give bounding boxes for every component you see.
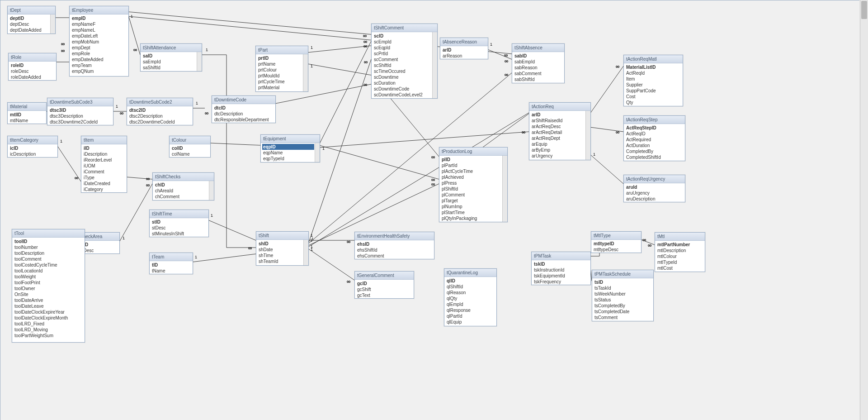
field-plActCycleTime[interactable]: plActCycleTime — [441, 168, 502, 174]
field-empNameF[interactable]: empNameF — [71, 21, 127, 27]
field-tskFrequency[interactable]: tskFrequency — [533, 279, 589, 285]
table-tShiftAbsence[interactable]: tShiftAbsencesabIDsabEmpIdsabReasonsabCo… — [512, 43, 565, 83]
field-prtMaterial[interactable]: prtMaterial — [257, 85, 302, 91]
field-scDowntime[interactable]: scDowntime — [373, 74, 432, 80]
table-title[interactable]: tProductionLog — [439, 148, 507, 156]
table-title[interactable]: tMtlType — [591, 232, 641, 240]
table-tMtl[interactable]: tMtlmtlPartNumbermtlDescriptionmtlColour… — [655, 232, 705, 272]
field-stID[interactable]: stID — [151, 219, 207, 225]
field-dtsc3Description[interactable]: dtsc3Description — [49, 113, 112, 119]
field-chID[interactable]: chID — [154, 182, 208, 188]
table-tDowntimeSubCode3[interactable]: tDowntimeSubCode3dtsc3IDdtsc3Description… — [47, 98, 113, 125]
field-roleID[interactable]: roleID — [10, 62, 55, 68]
field-toolLRD_Fixed[interactable]: toolLRD_Fixed — [14, 321, 83, 327]
field-ehsID[interactable]: ehsID — [356, 241, 433, 247]
field-toolDateClockExpireYear[interactable]: toolDateClockExpireYear — [14, 309, 83, 315]
field-Item[interactable]: Item — [625, 76, 681, 82]
table-title[interactable]: tShift — [256, 232, 308, 240]
field-empDateAdded[interactable]: empDateAdded — [71, 57, 127, 62]
table-tGeneralComment[interactable]: tGeneralCommentgcIDgcShiftgcText — [354, 271, 414, 299]
field-tsID[interactable]: tsID — [594, 279, 652, 285]
field-tsStatus[interactable]: tsStatus — [594, 297, 652, 303]
field-mtltypeID[interactable]: mtltypeID — [593, 241, 640, 247]
table-title[interactable]: tPMTaskSchedule — [592, 270, 653, 278]
field-SuppPartCode[interactable]: SuppPartCode — [625, 88, 681, 94]
table-tEnvironmentHealthSafety[interactable]: tEnvironmentHealthSafetyehsIDehsShiftIde… — [354, 232, 434, 259]
field-tsTaskId[interactable]: tsTaskId — [594, 285, 652, 291]
field-icID[interactable]: icID — [9, 145, 56, 151]
field-sabEmpId[interactable]: sabEmpId — [514, 59, 563, 65]
table-tAbsenceReason[interactable]: tAbsenceReasonarIDarReason — [440, 38, 488, 59]
field-shTeamId[interactable]: shTeamId — [258, 258, 303, 264]
field-plAchieved[interactable]: plAchieved — [441, 174, 502, 180]
field-scShiftId[interactable]: scShiftId — [373, 62, 432, 68]
field-deptID[interactable]: deptID — [9, 15, 50, 21]
field-saShiftId[interactable]: saShiftId — [142, 65, 196, 71]
table-title[interactable]: tItemCategory — [8, 136, 57, 144]
field-plShiftId[interactable]: plShiftId — [441, 186, 502, 192]
field-dtsc3ID[interactable]: dtsc3ID — [49, 107, 112, 113]
field-scComment[interactable]: scComment — [373, 57, 432, 62]
field-deptDateAdded[interactable]: deptDateAdded — [9, 27, 50, 33]
field-toolDateArrive[interactable]: toolDateArrive — [14, 297, 83, 303]
field-empDateLeft[interactable]: empDateLeft — [71, 33, 127, 39]
table-tColour[interactable]: tColourcolIDcolName — [169, 136, 211, 158]
table-title[interactable]: tQuarantineLog — [444, 269, 496, 277]
table-title[interactable]: tDowntimeSubCode3 — [47, 98, 113, 106]
field-saEmpId[interactable]: saEmpId — [142, 59, 196, 65]
field-empDept[interactable]: empDept — [71, 45, 127, 51]
table-tDowntimeCode[interactable]: tDowntimeCodedtcIDdtcDescriptiondtcRespo… — [212, 95, 276, 123]
table-title[interactable]: tItem — [81, 136, 127, 144]
field-plID[interactable]: plID — [441, 157, 502, 162]
field-dtcDescription[interactable]: dtcDescription — [213, 111, 274, 117]
field-toolOwner[interactable]: toolOwner — [14, 286, 83, 291]
field-stDesc[interactable]: stDesc — [151, 225, 207, 231]
field-qlResponse[interactable]: qlResponse — [446, 307, 495, 313]
field-icDescription[interactable]: icDescription — [9, 151, 56, 157]
field-iCategory[interactable]: iCategory — [83, 186, 125, 192]
field-scDowntimeCode[interactable]: scDowntimeCode — [373, 86, 432, 92]
field-plQtyInPackaging[interactable]: plQtyInPackaging — [441, 215, 502, 221]
table-title[interactable]: tActionReqUrgency — [624, 175, 685, 183]
field-qlQty[interactable]: qlQty — [446, 296, 495, 301]
field-mtltypeDesc[interactable]: mtltypeDesc — [593, 247, 640, 253]
field-toolDescription[interactable]: toolDescription — [14, 250, 83, 256]
table-title[interactable]: tPMTask — [532, 252, 590, 260]
field-shDate[interactable]: shDate — [258, 247, 303, 253]
table-tDowntimeSubCode2[interactable]: tDowntimeSubCode2dtsc2IDdtsc2Description… — [127, 98, 193, 125]
field-plPartId[interactable]: plPartId — [441, 162, 502, 168]
table-title[interactable]: tGeneralComment — [355, 272, 414, 280]
field-tskID[interactable]: tskID — [533, 261, 589, 267]
field-qlPartId[interactable]: qlPartId — [446, 313, 495, 319]
field-ehsShiftId[interactable]: ehsShiftId — [356, 247, 433, 253]
field-colName[interactable]: colName — [171, 151, 209, 157]
table-title[interactable]: tDowntimeSubCode2 — [127, 98, 193, 106]
field-scDuration[interactable]: scDuration — [373, 80, 432, 86]
table-title[interactable]: tEmployee — [70, 6, 128, 14]
field-mtlPartNumber[interactable]: mtlPartNumber — [656, 242, 703, 248]
field-tsWeekNumber[interactable]: tsWeekNumber — [594, 291, 652, 297]
field-empRole[interactable]: empRole — [71, 51, 127, 57]
field-arActReqDesc[interactable]: arActReqDesc — [531, 124, 585, 129]
field-aruId[interactable]: aruId — [625, 184, 684, 190]
table-tEquipment[interactable]: tEquipmenteqpIDeqpNameeqpTypeId — [260, 134, 320, 162]
field-prtID[interactable]: prtID — [257, 55, 302, 61]
field-plStartTime[interactable]: plStartTime — [441, 210, 502, 215]
field-plTarget[interactable]: plTarget — [441, 198, 502, 204]
field-sabReason[interactable]: sabReason — [514, 65, 563, 71]
table-tActionReq[interactable]: tActionReqarIDarShiftRaisedIdarActReqDes… — [529, 102, 591, 160]
field-prtName[interactable]: prtName — [257, 61, 302, 67]
field-dtsc2ID[interactable]: dtsc2ID — [128, 107, 191, 113]
relationships-canvas[interactable]: 1∞1∞1∞1∞1∞1∞1∞1∞1∞∞11∞1∞11∞1∞1∞1∞1∞1∞11∞… — [0, 0, 859, 420]
field-arReason[interactable]: arReason — [442, 53, 486, 59]
field-gcShift[interactable]: gcShift — [356, 286, 412, 292]
field-OnSite[interactable]: OnSite — [14, 291, 83, 297]
table-tMtlType[interactable]: tMtlTypemtltypeIDmtltypeDesc — [591, 231, 642, 253]
table-title[interactable]: tPart — [256, 46, 308, 54]
field-arActReqDept[interactable]: arActReqDept — [531, 135, 585, 141]
field-arID[interactable]: arID — [442, 47, 486, 53]
field-mtlTypeId[interactable]: mtlTypeId — [656, 259, 703, 265]
table-title[interactable]: tDept — [8, 6, 55, 14]
field-Supplier[interactable]: Supplier — [625, 82, 681, 88]
field-toolPartWeightSum[interactable]: toolPartWeightSum — [14, 333, 83, 339]
